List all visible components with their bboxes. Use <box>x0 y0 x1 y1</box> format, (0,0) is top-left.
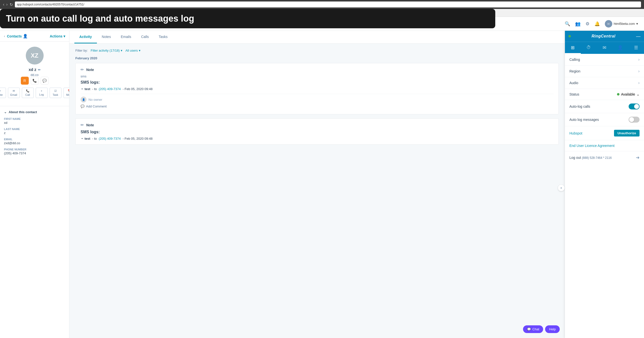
audio-chevron-icon: › <box>638 81 640 85</box>
rc-status-item[interactable]: Status Available ⌄ <box>565 89 644 100</box>
rc-integration-btn[interactable]: R <box>21 77 29 85</box>
note-card-icon: ✏ <box>80 67 84 72</box>
url-bar[interactable]: app.hubspot.com/contacts/4920570/contact… <box>15 2 641 8</box>
back-arrow-icon: ‹ <box>4 35 5 38</box>
status-available-label: Available <box>621 92 635 96</box>
email-field: Email zxd@dd.co <box>4 138 65 145</box>
back-btn[interactable]: ‹ <box>3 2 4 7</box>
user-menu[interactable]: H html5beta.com ▾ <box>605 20 638 28</box>
sms-item-1: test - to (205) 409-7374 - Feb 05, 2020 … <box>80 87 554 91</box>
main-content: Activity Notes Emails Calls Tasks Filter… <box>70 31 565 338</box>
rc-settings: Calling › Region › Audio › Status Availa… <box>565 54 644 338</box>
rc-nav-messages[interactable]: ✉ <box>597 42 612 54</box>
rc-nav-apps[interactable]: ⊞ <box>565 42 581 54</box>
rc-nav-contacts[interactable]: 👤 <box>612 42 628 54</box>
log-action-btn[interactable]: + Log <box>36 88 48 98</box>
call-action-btn[interactable]: 📞 Call <box>22 88 34 98</box>
region-chevron-icon: › <box>638 69 640 73</box>
date-header: February 2020 <box>75 56 559 60</box>
rc-hubspot-row: Hubspot Unauthorize <box>565 126 644 140</box>
activity-filter-btn[interactable]: Filter activity (17/18) ▾ <box>91 49 122 52</box>
rc-eula-row: End User Licence Agreement <box>565 140 644 151</box>
actions-button[interactable]: Actions ▾ <box>50 34 65 38</box>
unauthorize-button[interactable]: Unauthorize <box>614 130 640 136</box>
sms-logs-title: SMS logs: <box>80 80 554 85</box>
announcement-banner: Turn on auto call log and auto messages … <box>0 9 495 28</box>
contacts-icon[interactable]: 👥 <box>575 21 580 27</box>
rc-hubspot-label: Hubspot <box>570 131 582 135</box>
phone-field: Phone number (205) 409-7374 <box>4 148 65 155</box>
activity-card-header: ✏ Note <box>80 67 554 72</box>
apps-grid-icon: ⊞ <box>571 45 574 50</box>
sms-phone-link-2[interactable]: (205) 409-7374 <box>99 137 121 140</box>
app-container: ‹ Contacts 👤 Actions ▾ XZ xd z ✏ dd.co R… <box>0 31 644 338</box>
users-filter-btn[interactable]: All users ▾ <box>126 49 140 52</box>
tab-calls[interactable]: Calls <box>136 31 154 43</box>
auto-log-messages-toggle[interactable] <box>629 117 640 123</box>
comment-icon: 💬 <box>80 104 84 108</box>
history-icon: ⏱ <box>586 45 591 50</box>
rc-calling-item[interactable]: Calling › <box>565 54 644 66</box>
auto-log-calls-toggle[interactable] <box>629 103 640 109</box>
msg-integration-btn[interactable]: 💬 <box>41 77 48 85</box>
edit-name-icon[interactable]: ✏ <box>38 68 41 72</box>
rc-nav-more[interactable]: ☰ <box>628 42 644 54</box>
call-icon: 📞 <box>26 89 30 93</box>
tab-tasks[interactable]: Tasks <box>154 31 172 43</box>
chat-help-bar: 💬 Chat Help <box>523 325 560 333</box>
logout-label: Log out (888) 528-7464 * 2116 <box>570 155 612 159</box>
log-icon: + <box>41 89 42 92</box>
chevrons-right-icon: » <box>560 186 562 190</box>
notifications-icon[interactable]: 🔔 <box>594 21 600 27</box>
menu-lines-icon: ☰ <box>634 45 638 50</box>
contact-name: xd z ✏ <box>4 68 65 72</box>
about-section: ⌄ About this contact First name xd Last … <box>0 106 69 162</box>
messages-icon: ✉ <box>602 45 606 50</box>
refresh-btn[interactable]: ↻ <box>10 2 13 7</box>
user-label: html5beta.com <box>614 22 635 26</box>
rc-minimize-btn[interactable]: — <box>636 34 640 39</box>
add-comment-btn[interactable]: 💬 Add Comment <box>80 102 106 110</box>
rc-nav-history[interactable]: ⏱ <box>581 42 597 54</box>
email-icon: ✉ <box>13 89 15 93</box>
rc-audio-item[interactable]: Audio › <box>565 77 644 89</box>
filter-label: Filter by: <box>75 49 88 52</box>
sms-item-2: test - to (205) 409-7374 - Feb 05, 2020 … <box>80 137 554 140</box>
sms-label: sms <box>80 74 554 78</box>
note-action-btn[interactable]: ✏ Note <box>0 88 6 98</box>
sidebar: ‹ Contacts 👤 Actions ▾ XZ xd z ✏ dd.co R… <box>0 31 70 338</box>
search-icon[interactable]: 🔍 <box>565 21 570 27</box>
task-icon: ☑ <box>54 89 57 93</box>
tab-activity[interactable]: Activity <box>74 31 97 43</box>
content-area: Filter by: Filter activity (17/18) ▾ All… <box>70 44 565 338</box>
chat-button[interactable]: 💬 Chat <box>523 325 543 333</box>
sms-phone-link[interactable]: (205) 409-7374 <box>99 87 121 91</box>
rc-status-row: Available ⌄ <box>617 92 640 96</box>
collapse-panel-btn[interactable]: » <box>558 184 565 191</box>
help-button[interactable]: Help <box>545 325 560 333</box>
tab-emails[interactable]: Emails <box>116 31 136 43</box>
rc-autolog-calls-item: Auto-log calls <box>565 100 644 113</box>
rc-panel-header: RingCentral — <box>565 31 644 42</box>
user-avatar: H <box>605 20 612 28</box>
meet-icon: 📅 <box>68 89 70 93</box>
rc-region-item[interactable]: Region › <box>565 66 644 77</box>
meet-action-btn[interactable]: 📅 Meet <box>64 88 70 98</box>
tab-notes[interactable]: Notes <box>97 31 116 43</box>
about-header[interactable]: ⌄ About this contact <box>4 110 65 114</box>
url-text: app.hubspot.com/contacts/4920570/contact… <box>17 3 84 6</box>
contacts-link[interactable]: Contacts 👤 <box>7 34 28 39</box>
eula-link[interactable]: End User Licence Agreement <box>570 144 614 148</box>
settings-icon[interactable]: ⚙ <box>586 21 590 27</box>
rc-logout-row[interactable]: Log out (888) 528-7464 * 2116 ➜ <box>565 151 644 164</box>
contact-actions: ✏ Note ✉ Email 📞 Call + Log ☑ Task <box>4 88 65 98</box>
sms-logs-2-title: SMS logs: <box>80 130 554 134</box>
task-action-btn[interactable]: ☑ Task <box>50 88 62 98</box>
available-dot-icon <box>617 93 620 96</box>
filter-bar: Filter by: Filter activity (17/18) ▾ All… <box>75 49 559 52</box>
forward-btn[interactable]: › <box>6 2 8 7</box>
phone-integration-btn[interactable]: 📞 <box>31 77 39 85</box>
rc-status-dot <box>568 35 571 38</box>
no-owner-row: 👤 No owner <box>80 94 554 102</box>
email-action-btn[interactable]: ✉ Email <box>8 88 20 98</box>
